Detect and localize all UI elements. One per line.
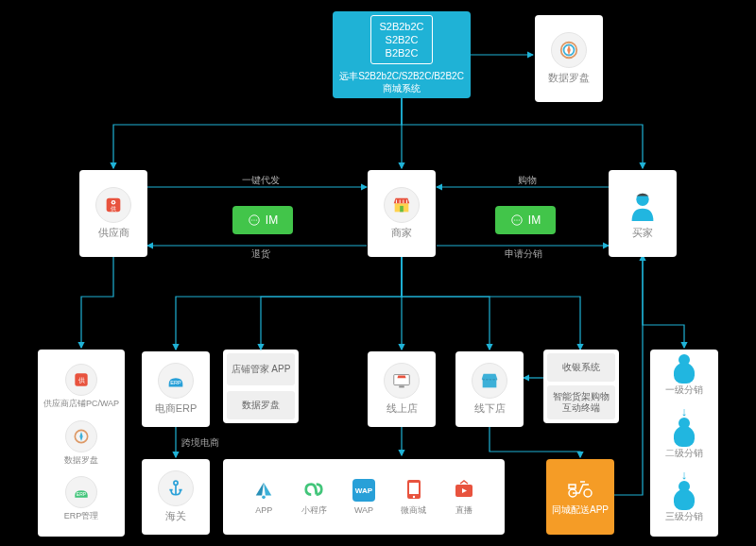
channels-row: APP 小程序 WAPWAP 微商城 直播 <box>223 459 505 535</box>
level-2: 二级分销 <box>665 426 703 460</box>
im-label-1: IM <box>266 213 278 227</box>
im-box-1: IM <box>232 206 293 234</box>
shop-manager-app: 店铺管家 APP <box>227 353 295 385</box>
arrow-down-icon: ↓ <box>681 468 688 482</box>
svg-point-12 <box>256 219 257 220</box>
supplier-shop-item: 供 供应商店铺PC/WAP <box>43 364 119 410</box>
svg-rect-25 <box>483 379 497 387</box>
svg-rect-7 <box>400 206 404 212</box>
svg-text:ERP: ERP <box>170 380 181 385</box>
merchant-icon <box>384 187 420 223</box>
buyer-icon <box>625 187 661 223</box>
online-store-node: 线上店 <box>368 351 436 427</box>
svg-point-4 <box>112 201 114 203</box>
erp-label: ERP管理 <box>64 510 99 522</box>
compass-node: 数据罗盘 <box>535 15 603 102</box>
online-store-icon <box>384 363 420 399</box>
compass-label: 数据罗盘 <box>545 72 593 85</box>
merchant-node: 商家 <box>368 170 436 257</box>
scooter-icon <box>566 477 594 498</box>
svg-point-28 <box>262 496 266 500</box>
offline-store-icon <box>472 363 507 399</box>
svg-point-14 <box>514 219 515 220</box>
svg-point-15 <box>516 219 517 220</box>
supplier-erp-item: ERP ERP管理 <box>64 476 99 522</box>
supplier-tools: 供 供应商店铺PC/WAP 数据罗盘 ERP ERP管理 <box>38 350 125 537</box>
offline-store-node: 线下店 <box>455 351 524 427</box>
im-box-2: IM <box>495 206 556 234</box>
compass-icon <box>551 32 587 68</box>
supplier-compass-item: 数据罗盘 <box>64 420 98 467</box>
erp-icon: ERP <box>65 476 97 508</box>
online-store-label: 线上店 <box>384 402 421 416</box>
svg-point-11 <box>253 219 254 220</box>
customs-label: 海关 <box>163 510 189 523</box>
ecom-erp-node: ERP 电商ERP <box>142 351 210 427</box>
edge-dist: 申请分销 <box>505 247 542 261</box>
im-label-2: IM <box>528 213 541 227</box>
channel-app: APP <box>252 479 275 515</box>
svg-point-22 <box>174 481 178 485</box>
level-1: 一级分销 <box>665 363 703 397</box>
system-caption: 远丰S2B2b2C/S2B2C/B2B2C 商城系统 <box>339 70 464 94</box>
ecom-erp-icon: ERP <box>158 363 194 399</box>
smart-shelf: 智能货架购物 互动终端 <box>547 385 615 419</box>
compass-label-2: 数据罗盘 <box>64 454 98 467</box>
supplier-node: 供 供应商 <box>79 170 147 257</box>
supplier-icon: 供 <box>95 187 131 223</box>
svg-point-10 <box>251 219 252 220</box>
ecom-erp-label: 电商ERP <box>152 402 200 416</box>
anchor-icon <box>158 470 194 506</box>
merchant-label: 商家 <box>388 227 415 240</box>
delivery-label: 同城配送APP <box>552 503 609 517</box>
edge-shop: 购物 <box>518 174 537 187</box>
customs-node: 海关 <box>142 459 210 535</box>
compass-icon-2 <box>65 420 97 452</box>
channel-wap: WAPWAP <box>352 479 375 515</box>
svg-point-16 <box>519 219 520 220</box>
svg-rect-30 <box>409 483 419 494</box>
svg-text:供: 供 <box>111 206 116 213</box>
pos-system: 收银系统 <box>547 353 615 382</box>
system-node: S2B2b2C S2B2C B2B2C 远丰S2B2b2C/S2B2C/B2B2… <box>333 11 471 98</box>
supply-shop-icon: 供 <box>65 364 97 396</box>
offline-store-label: 线下店 <box>472 402 508 416</box>
supply-shop-label: 供应商店铺PC/WAP <box>43 398 119 410</box>
buyer-label: 买家 <box>629 227 656 240</box>
channel-weimall: 微商城 <box>401 478 426 517</box>
supplier-label: 供应商 <box>95 227 132 240</box>
svg-point-31 <box>413 495 415 497</box>
svg-text:ERP: ERP <box>77 491 87 497</box>
model-badge: S2B2b2C S2B2C B2B2C <box>370 15 432 65</box>
svg-rect-24 <box>399 386 404 388</box>
channel-live: 直播 <box>453 478 475 517</box>
distribution-levels: 一级分销 ↓ 二级分销 ↓ 三级分销 <box>650 350 718 537</box>
svg-text:供: 供 <box>77 377 84 384</box>
data-compass-box: 数据罗盘 <box>227 391 295 419</box>
channel-miniprogram: 小程序 <box>301 478 327 517</box>
svg-point-27 <box>584 489 592 497</box>
offline-tools-wrap: 收银系统 智能货架购物 互动终端 <box>543 350 619 423</box>
level-3: 三级分销 <box>665 489 703 523</box>
edge-return: 退货 <box>251 247 270 261</box>
edge-crossborder: 跨境电商 <box>181 436 219 450</box>
buyer-node: 买家 <box>609 170 677 257</box>
delivery-node: 同城配送APP <box>546 459 614 535</box>
arrow-down-icon: ↓ <box>681 404 688 418</box>
edge-send: 一键代发 <box>242 174 280 187</box>
